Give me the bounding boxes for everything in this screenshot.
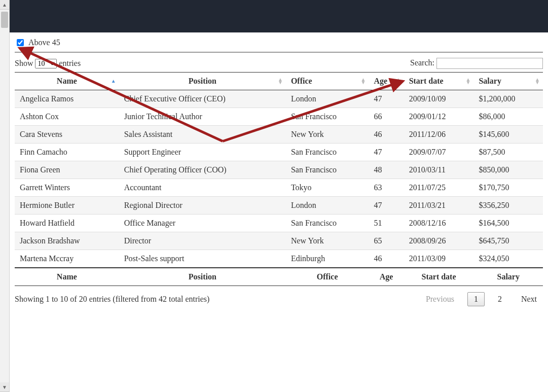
table-row[interactable]: Finn CamachoSupport EngineerSan Francisc… (15, 144, 543, 161)
cell-start: 2009/10/09 (404, 90, 474, 108)
table-row[interactable]: Angelica RamosChief Executive Officer (C… (15, 90, 543, 108)
table-row[interactable]: Hermione ButlerRegional DirectorLondon47… (15, 197, 543, 215)
cell-salary: $87,500 (473, 144, 543, 161)
cell-age: 66 (369, 108, 404, 126)
column-header-salary[interactable]: Salary▲▼ (473, 73, 543, 90)
column-header-name[interactable]: Name▲ (15, 73, 119, 90)
cell-start: 2008/09/26 (404, 232, 474, 250)
table-row[interactable]: Cara StevensSales AssistantNew York46201… (15, 126, 543, 144)
above-45-label[interactable]: Above 45 (28, 38, 60, 47)
cell-position: Regional Director (119, 197, 286, 215)
next-page-button[interactable]: Next (515, 293, 543, 306)
column-header-label: Start date (409, 77, 444, 85)
cell-salary: $170,750 (473, 179, 543, 197)
cell-start: 2011/12/06 (404, 126, 474, 144)
table-row[interactable]: Fiona GreenChief Operating Officer (COO)… (15, 161, 543, 179)
cell-start: 2011/07/25 (404, 179, 474, 197)
cell-position: Director (119, 232, 286, 250)
above-45-checkbox[interactable] (17, 39, 24, 46)
scroll-down-button[interactable]: ▼ (0, 382, 9, 392)
table-row[interactable]: Jackson BradshawDirectorNew York652008/0… (15, 232, 543, 250)
cell-salary: $324,050 (473, 250, 543, 268)
cell-name: Howard Hatfield (15, 215, 119, 232)
column-header-label: Name (57, 77, 77, 85)
sort-icon: ▲▼ (278, 78, 283, 84)
length-suffix: entries (59, 59, 81, 67)
cell-salary: $356,250 (473, 197, 543, 215)
page-number-2[interactable]: 2 (492, 293, 508, 306)
footer-col: Age (369, 268, 404, 286)
cell-office: London (286, 197, 369, 215)
table-row[interactable]: Garrett WintersAccountantTokyo632011/07/… (15, 179, 543, 197)
cell-name: Hermione Butler (15, 197, 119, 215)
table-row[interactable]: Ashton CoxJunior Technical AuthorSan Fra… (15, 108, 543, 126)
cell-position: Post-Sales support (119, 250, 286, 268)
cell-start: 2011/03/09 (404, 250, 474, 268)
sort-icon: ▲ (111, 80, 116, 83)
cell-position: Support Engineer (119, 144, 286, 161)
cell-age: 51 (369, 215, 404, 232)
cell-age: 47 (369, 197, 404, 215)
cell-office: San Francisco (286, 108, 369, 126)
cell-office: New York (286, 126, 369, 144)
cell-position: Chief Executive Officer (CEO) (119, 90, 286, 108)
cell-name: Fiona Green (15, 161, 119, 179)
column-header-position[interactable]: Position▲▼ (119, 73, 286, 90)
cell-salary: $850,000 (473, 161, 543, 179)
table-header: Name▲Position▲▼Office▲▼Age▲▼Start date▲▼… (15, 73, 543, 90)
sort-icon: ▲▼ (361, 78, 366, 84)
column-header-age[interactable]: Age▲▼ (369, 73, 404, 90)
table-controls: Show 102550100 entries Search: (15, 58, 543, 69)
cell-office: Tokyo (286, 179, 369, 197)
cell-start: 2011/03/21 (404, 197, 474, 215)
scroll-track[interactable] (0, 10, 9, 382)
cell-office: New York (286, 232, 369, 250)
cell-age: 63 (369, 179, 404, 197)
filter-row: Above 45 (15, 38, 543, 53)
top-bar (10, 0, 548, 32)
footer-col: Salary (473, 268, 543, 286)
cell-position: Sales Assistant (119, 126, 286, 144)
column-header-label: Age (374, 77, 387, 85)
length-prefix: Show (15, 59, 33, 67)
column-header-label: Salary (479, 77, 501, 85)
cell-start: 2010/03/11 (404, 161, 474, 179)
table-row[interactable]: Howard HatfieldOffice ManagerSan Francis… (15, 215, 543, 232)
cell-age: 48 (369, 161, 404, 179)
pagination: Previous12Next (420, 292, 543, 306)
window-scrollbar[interactable]: ▲ ▼ (0, 0, 10, 392)
scroll-thumb[interactable] (1, 12, 8, 28)
page-number-1[interactable]: 1 (467, 292, 485, 306)
footer-col: Start date (404, 268, 474, 286)
cell-office: San Francisco (286, 144, 369, 161)
table-body: Angelica RamosChief Executive Officer (C… (15, 90, 543, 268)
table-footer: NamePositionOfficeAgeStart dateSalary (15, 268, 543, 286)
cell-name: Cara Stevens (15, 126, 119, 144)
cell-name: Angelica Ramos (15, 90, 119, 108)
footer-col: Position (119, 268, 286, 286)
sort-icon: ▲▼ (396, 78, 401, 84)
cell-salary: $145,600 (473, 126, 543, 144)
table-bottom: Showing 1 to 10 of 20 entries (filtered … (15, 292, 543, 306)
cell-age: 47 (369, 144, 404, 161)
scroll-up-button[interactable]: ▲ (0, 0, 9, 10)
column-header-office[interactable]: Office▲▼ (286, 73, 369, 90)
column-header-start[interactable]: Start date▲▼ (404, 73, 474, 90)
cell-age: 47 (369, 90, 404, 108)
cell-salary: $164,500 (473, 215, 543, 232)
table-row[interactable]: Martena MccrayPost-Sales supportEdinburg… (15, 250, 543, 268)
length-control: Show 102550100 entries (15, 59, 81, 68)
cell-position: Junior Technical Author (119, 108, 286, 126)
cell-name: Martena Mccray (15, 250, 119, 268)
length-select[interactable]: 102550100 (35, 59, 57, 68)
footer-col: Office (286, 268, 369, 286)
sort-icon: ▲▼ (535, 78, 540, 84)
search-label: Search: (410, 58, 434, 67)
search-input[interactable] (436, 58, 543, 69)
cell-position: Chief Operating Officer (COO) (119, 161, 286, 179)
cell-position: Accountant (119, 179, 286, 197)
column-header-label: Office (291, 77, 312, 85)
prev-page-button[interactable]: Previous (420, 293, 460, 306)
cell-office: San Francisco (286, 215, 369, 232)
column-header-label: Position (189, 77, 216, 85)
